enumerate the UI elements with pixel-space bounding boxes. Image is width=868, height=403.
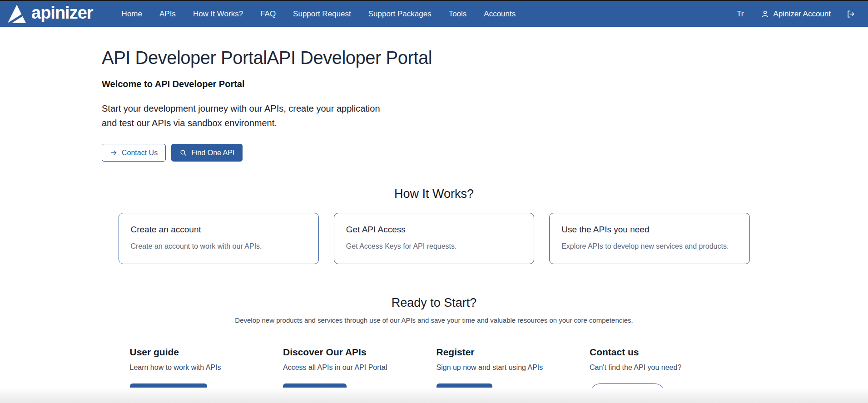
- column-description: Sign up now and start using APIs: [436, 364, 585, 372]
- hero-description-line1: Start your development journey with our …: [102, 103, 380, 113]
- language-toggle[interactable]: Tr: [735, 6, 745, 22]
- hero-buttons: Contact Us Find One API: [102, 144, 868, 162]
- card-title: Get API Access: [346, 225, 522, 235]
- card-create-account[interactable]: Create an account Create an account to w…: [119, 213, 319, 264]
- nav-item-tools[interactable]: Tools: [440, 5, 476, 23]
- card-title: Create an account: [131, 225, 307, 235]
- hero-welcome-heading: Welcome to API Developer Portal: [102, 79, 868, 89]
- nav-item-accounts[interactable]: Accounts: [475, 5, 524, 23]
- card-description: Create an account to work with our APIs.: [131, 242, 307, 251]
- footer-fade: [0, 388, 868, 403]
- account-menu[interactable]: Apinizer Account: [761, 10, 831, 19]
- search-icon: [179, 149, 187, 157]
- column-title: Contact us: [590, 347, 739, 358]
- column-title: User guide: [130, 347, 279, 358]
- card-title: Use the APIs you need: [561, 225, 737, 235]
- find-one-api-button[interactable]: Find One API: [171, 144, 243, 162]
- how-it-works-section: How It Works? Create an account Create a…: [0, 187, 868, 264]
- nav-item-how-it-works[interactable]: How It Works?: [184, 5, 252, 23]
- how-it-works-cards: Create an account Create an account to w…: [119, 213, 750, 264]
- nav-item-faq[interactable]: FAQ: [252, 5, 284, 23]
- card-use-apis[interactable]: Use the APIs you need Explore APIs to de…: [549, 213, 749, 264]
- top-navbar: apinizer Home APIs How It Works? FAQ Sup…: [0, 1, 868, 27]
- how-it-works-title: How It Works?: [0, 187, 868, 201]
- column-description: Learn how to work with APIs: [130, 364, 279, 372]
- card-description: Explore APIs to develop new services and…: [561, 242, 737, 251]
- hero-section: API Developer PortalAPI Developer Portal…: [0, 27, 868, 162]
- card-get-api-access[interactable]: Get API Access Get Access Keys for API r…: [334, 213, 534, 264]
- ready-subtitle: Develop new products and services throug…: [0, 316, 868, 324]
- ready-title: Ready to Start?: [0, 296, 868, 310]
- nav-item-apis[interactable]: APIs: [151, 5, 184, 23]
- column-description: Access all APIs in our API Portal: [283, 364, 432, 372]
- column-title: Register: [436, 347, 585, 358]
- user-icon: [761, 10, 769, 18]
- find-one-api-label: Find One API: [191, 148, 234, 157]
- column-title: Discover Our APIs: [283, 347, 432, 358]
- hero-description-line2: and test our APIs via sandbox environmen…: [102, 118, 277, 128]
- logout-icon[interactable]: [846, 10, 855, 19]
- nav-item-home[interactable]: Home: [113, 5, 151, 23]
- arrow-right-icon: [110, 149, 118, 157]
- hero-description: Start your development journey with our …: [102, 101, 868, 130]
- column-description: Can't find the API you need?: [590, 364, 739, 372]
- account-label: Apinizer Account: [773, 10, 831, 19]
- apinizer-logo-icon: [7, 4, 27, 24]
- ready-to-start-section: Ready to Start? Develop new products and…: [0, 296, 868, 403]
- nav-item-support-packages[interactable]: Support Packages: [360, 5, 440, 23]
- card-description: Get Access Keys for API requests.: [346, 242, 522, 251]
- brand-name: apinizer: [31, 4, 93, 24]
- main-navigation: Home APIs How It Works? FAQ Support Requ…: [113, 5, 525, 23]
- page-title: API Developer PortalAPI Developer Portal: [102, 48, 868, 68]
- navbar-right: Tr Apinizer Account: [735, 6, 855, 22]
- contact-us-button[interactable]: Contact Us: [102, 144, 166, 162]
- nav-item-support-request[interactable]: Support Request: [284, 5, 360, 23]
- contact-us-label: Contact Us: [122, 148, 158, 157]
- brand-logo-link[interactable]: apinizer: [7, 4, 93, 24]
